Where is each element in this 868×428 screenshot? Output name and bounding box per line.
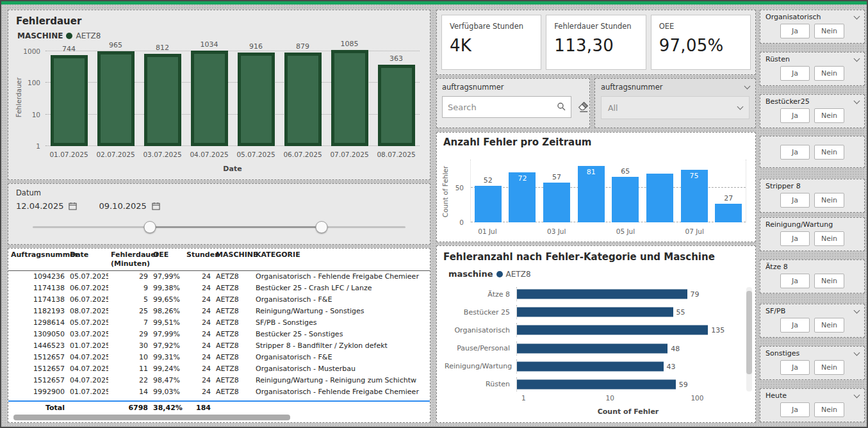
fehlerdauer-bar[interactable] xyxy=(51,55,88,146)
slicer-rüsten: RüstenJaNein xyxy=(760,52,865,86)
dropdown-select[interactable]: All xyxy=(601,96,749,119)
slicer-nein-button[interactable]: Nein xyxy=(814,108,844,123)
slicer-header[interactable]: Sonstiges xyxy=(766,349,859,358)
slicer-ja-button[interactable]: Ja xyxy=(780,145,810,160)
table-row[interactable]: 118219308.07.20252598,26%24AETZ8Reinigun… xyxy=(8,306,430,317)
slicer-ja-button[interactable]: Ja xyxy=(780,24,810,38)
slicer-ja-button[interactable]: Ja xyxy=(780,318,810,333)
table-row[interactable]: 117413806.07.2025999,38%24AETZ8Bestücker… xyxy=(8,283,430,294)
calendar-icon[interactable] xyxy=(152,202,160,210)
bar-column: 81 xyxy=(574,160,609,222)
scrollbar-thumb[interactable] xyxy=(746,291,752,374)
slicer-nein-button[interactable]: Nein xyxy=(814,193,844,208)
slicer-ja-button[interactable]: Ja xyxy=(780,274,810,288)
table-row[interactable]: 129861405.07.2025799,51%24AETZ8SF/PB - S… xyxy=(8,317,430,329)
slider-handle-end[interactable] xyxy=(316,221,328,233)
kategorie-legend: maschine AETZ8 xyxy=(448,269,531,279)
slicer-nein-button[interactable]: Nein xyxy=(814,402,844,417)
table-row[interactable]: 109423605.07.20252997,99%24AETZ8Organisa… xyxy=(8,270,430,283)
slicer-nein-button[interactable]: Nein xyxy=(814,318,844,333)
slicer-nein-button[interactable]: Nein xyxy=(814,360,844,375)
kategorie-bar[interactable] xyxy=(517,361,664,371)
kategorie-bar[interactable] xyxy=(517,308,673,317)
table-row[interactable]: 117413806.07.2025599,65%24AETZ8Organisat… xyxy=(8,294,430,306)
total-cell: 6798 xyxy=(108,404,151,412)
kategorie-bar[interactable] xyxy=(517,379,676,389)
slicer-header[interactable]: Rüsten xyxy=(766,55,859,63)
slicer-header[interactable]: Bestücker25 xyxy=(766,97,859,106)
bar-value-label: 27 xyxy=(724,194,733,202)
slicer-ja-button[interactable]: Ja xyxy=(780,193,810,208)
slider-selected-range[interactable] xyxy=(150,226,322,228)
slicer-nein-button[interactable]: Nein xyxy=(814,231,844,246)
calendar-icon[interactable] xyxy=(69,202,77,210)
column-header: MASCHINE xyxy=(213,249,253,270)
dropdown-value: All xyxy=(608,103,618,113)
x-axis-title: Count of Fehler xyxy=(523,407,733,416)
slicer-nein-button[interactable]: Nein xyxy=(814,145,844,160)
plot-area: Ätze 879Bestücker 2555Organisatorisch135… xyxy=(445,287,733,391)
legend-item: AETZ8 xyxy=(506,270,531,279)
fehlerdauer-bar[interactable] xyxy=(191,51,228,146)
dropdown-header[interactable]: auftragsnummer xyxy=(601,83,749,92)
table-row[interactable]: 199290001.07.20251499,03%24AETZ8Organisa… xyxy=(8,386,430,398)
fehlerdauer-bar[interactable] xyxy=(144,54,181,146)
table-cell: 99,65% xyxy=(151,294,184,306)
anzahl-fehler-bar[interactable] xyxy=(475,186,502,222)
slicer-header[interactable]: Organisatorisch xyxy=(766,13,859,21)
slicer-title: Sonstiges xyxy=(766,349,799,358)
table-row[interactable]: 144652301.07.20253097,92%24AETZ8Stripper… xyxy=(8,340,430,352)
table-row[interactable]: 151265704.07.20251099,31%24AETZ8Organisa… xyxy=(8,352,430,363)
slicer-header[interactable]: Stripper 8 xyxy=(766,182,859,190)
search-input[interactable] xyxy=(448,103,557,112)
table-cell: 99,51% xyxy=(151,317,184,329)
slicer-nein-button[interactable]: Nein xyxy=(814,274,844,288)
slider-handle-start[interactable] xyxy=(144,221,156,233)
kategorie-bar[interactable] xyxy=(517,343,667,353)
table-row[interactable]: 151265704.07.20251199,24%24AETZ8Organisa… xyxy=(8,363,430,375)
slicer-header[interactable]: Ätze 8 xyxy=(766,263,859,271)
slicer-ja-button[interactable]: Ja xyxy=(780,360,810,375)
slicer-nein-button[interactable]: Nein xyxy=(814,66,844,81)
category-row: Pause/Personal48 xyxy=(445,342,733,356)
bar-value-label: 81 xyxy=(587,168,596,176)
slicer-ja-button[interactable]: Ja xyxy=(780,66,810,81)
fehlerdauer-bar[interactable] xyxy=(331,50,368,146)
anzahl-fehler-bar[interactable] xyxy=(612,177,639,222)
anzahl-fehler-bar[interactable] xyxy=(646,174,673,222)
anzahl-fehler-bar[interactable] xyxy=(543,183,570,222)
slicer-header[interactable]: SF/PB xyxy=(766,307,859,315)
table-cell: 1182193 xyxy=(8,306,67,317)
fehlerdauer-bar[interactable] xyxy=(97,51,135,146)
kategorie-bar[interactable] xyxy=(517,290,687,299)
x-axis-labels: 01 Jul03 Jul05 Jul07 Jul xyxy=(470,227,746,236)
table-cell: 1094236 xyxy=(8,270,67,283)
scrollbar-thumb[interactable] xyxy=(13,415,290,420)
vertical-scrollbar xyxy=(746,287,752,391)
slicer-header[interactable]: Reinigung/Wartung xyxy=(766,220,859,229)
auftragsnummer-dropdown-panel: auftragsnummer All xyxy=(594,78,756,128)
table-cell: 99,03% xyxy=(151,386,184,398)
slicer-header[interactable]: Heute xyxy=(766,391,859,400)
start-date-field[interactable]: 12.04.2025 xyxy=(16,201,63,211)
slicer-nein-button[interactable]: Nein xyxy=(814,24,844,38)
fehlerdauer-bar[interactable] xyxy=(284,53,322,146)
fehlerdauer-bar[interactable] xyxy=(378,65,415,146)
end-date-field[interactable]: 09.10.2025 xyxy=(99,201,146,211)
slicer-ja-button[interactable]: Ja xyxy=(780,108,810,123)
anzahl-fehler-bar[interactable] xyxy=(715,204,742,222)
column-header: Auftragsnummer xyxy=(8,249,67,270)
table-row[interactable]: 151265704.07.20252298,47%24AETZ8Reinigun… xyxy=(8,375,430,386)
kategorie-bar[interactable] xyxy=(517,325,708,335)
table-row[interactable]: 130905003.07.20252997,99%24AETZ8Bestücke… xyxy=(8,329,430,340)
legend-dot-icon xyxy=(496,271,503,277)
fehlerdauer-bar[interactable] xyxy=(238,53,275,146)
search-box[interactable] xyxy=(442,96,571,118)
chevron-down-icon xyxy=(737,104,744,110)
table-cell: AETZ8 xyxy=(213,294,253,306)
search-icon[interactable] xyxy=(557,101,566,113)
slicer-ja-button[interactable]: Ja xyxy=(780,231,810,246)
slicer-ja-button[interactable]: Ja xyxy=(780,402,810,417)
kategorie-chart-title: Fehleranzahl nach Fehler-Kategorie und M… xyxy=(443,251,715,263)
eraser-icon[interactable] xyxy=(578,97,589,117)
